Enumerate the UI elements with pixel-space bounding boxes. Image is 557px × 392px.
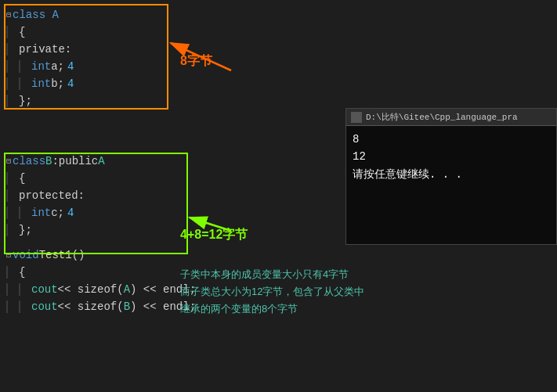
label-8-bytes: 8字节 [180, 53, 212, 70]
class-b-line1: ⊟ class B :public A [0, 153, 337, 170]
terminal-output-continue: 请按任意键继续. . . [353, 166, 550, 183]
class-a-int-b: int b; 4 [0, 75, 337, 92]
collapse-icon-func[interactable]: ⊟ [6, 250, 11, 260]
func-test1-line1: ⊟ void Test1 () [0, 246, 337, 264]
class-a-line1: ⊟ class A [0, 6, 337, 23]
class-a-line2: { [0, 23, 337, 41]
explanation-line1: 子类中本身的成员变量大小只有4字节 [180, 266, 548, 283]
class-a-close: }; [0, 92, 337, 110]
code-editor: ⊟ class A { private: int a; 4 int b; 4 }… [0, 0, 337, 392]
explanation-area: 子类中本身的成员变量大小只有4字节 而子类总大小为12字节，包含了从父类中 继承… [180, 266, 548, 318]
terminal-output-8: 8 [353, 131, 550, 148]
class-b-line2: { [0, 170, 337, 187]
explanation-line3: 继承的两个变量的8个字节 [180, 300, 548, 318]
collapse-icon-a[interactable]: ⊟ [6, 10, 11, 20]
terminal-titlebar: D:\比特\Gitee\Cpp_language_pra [346, 109, 556, 126]
terminal-title: D:\比特\Gitee\Cpp_language_pra [366, 111, 518, 123]
keyword-class-a: class A [13, 9, 59, 21]
terminal-icon [351, 112, 362, 123]
class-b-protected: protected: [0, 187, 337, 204]
label-12-bytes: 4+8=12字节 [180, 227, 248, 243]
class-a-private: private: [0, 41, 337, 58]
terminal-window: D:\比特\Gitee\Cpp_language_pra 8 12 请按任意键继… [345, 108, 557, 245]
terminal-body: 8 12 请按任意键继续. . . [346, 126, 556, 188]
class-a-int-a: int a; 4 [0, 58, 337, 75]
class-b-int-c: int c; 4 [0, 204, 337, 221]
explanation-line2: 而子类总大小为12字节，包含了从父类中 [180, 283, 548, 300]
class-b-close: }; [0, 221, 337, 239]
terminal-output-12: 12 [353, 148, 550, 165]
collapse-icon-b[interactable]: ⊟ [6, 156, 11, 166]
